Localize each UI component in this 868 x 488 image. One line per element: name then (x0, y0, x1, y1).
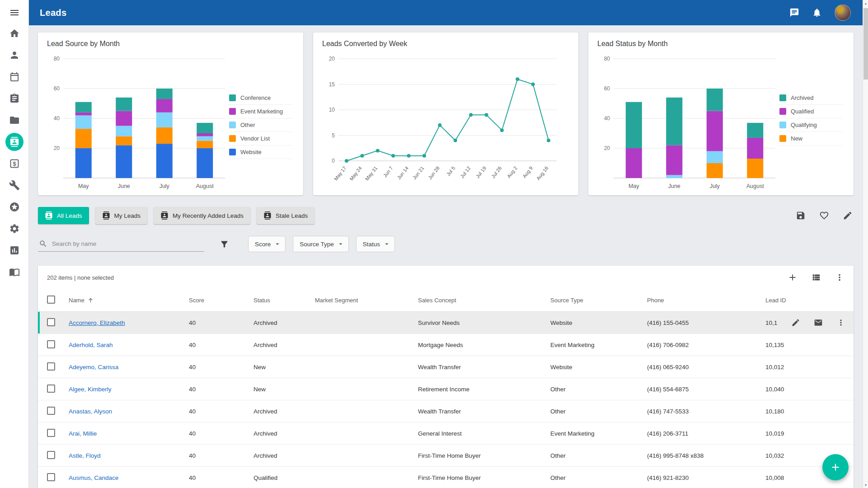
svg-text:Jul 26: Jul 26 (490, 165, 503, 179)
row-checkbox[interactable] (47, 473, 55, 481)
table-row[interactable]: Arai, Millie 40 Archived General Interes… (38, 422, 854, 445)
table-row[interactable]: Algee, Kimberly 40 New Retirement Income… (38, 378, 854, 400)
lead-name-link[interactable]: Algee, Kimberly (69, 386, 112, 393)
legend-item-archived[interactable]: Archived (779, 91, 843, 105)
column-header-lead-id[interactable]: Lead ID (765, 297, 845, 304)
column-header-score[interactable]: Score (189, 297, 253, 304)
chat-button[interactable] (789, 8, 799, 18)
edit-lead-button[interactable] (791, 318, 800, 327)
legend-item-event-marketing[interactable]: Event Marketing (228, 105, 292, 118)
sidebar-item-opportunities[interactable] (0, 196, 29, 218)
row-checkbox[interactable] (47, 451, 55, 459)
notifications-button[interactable] (812, 8, 822, 18)
legend-item-new[interactable]: New (779, 132, 843, 145)
lead-name-link[interactable]: Ausmus, Candace (69, 474, 118, 481)
filter-dropdown-score[interactable]: Score (248, 236, 286, 252)
legend-item-qualified[interactable]: Qualified (779, 105, 843, 118)
view-button-all-leads[interactable]: All Leads (38, 207, 89, 224)
view-button-stale-leads[interactable]: Stale Leads (257, 207, 314, 224)
view-button-my-leads[interactable]: My Leads (95, 207, 148, 224)
table-row[interactable]: Accornero, Elizabeth 40 Archived Survivo… (38, 312, 854, 334)
sidebar-item-billing[interactable]: $ (0, 153, 29, 174)
topbar: Leads (29, 0, 863, 25)
svg-text:Jun 7: Jun 7 (382, 165, 394, 178)
sidebar-item-tasks[interactable] (0, 88, 29, 109)
menu-button[interactable] (0, 3, 29, 23)
user-avatar[interactable] (835, 5, 851, 21)
lead-name-link[interactable]: Astle, Floyd (69, 452, 101, 459)
scroll-up-arrow[interactable]: ▲ (863, 0, 868, 6)
column-header-status[interactable]: Status (253, 297, 315, 304)
add-lead-button[interactable] (788, 272, 798, 282)
legend-item-vendor-list[interactable]: Vendor List (228, 132, 292, 145)
scroll-thumb[interactable] (863, 8, 868, 80)
filter-dropdown-source-type[interactable]: Source Type (293, 236, 349, 252)
row-checkbox[interactable] (47, 429, 55, 437)
select-all-checkbox[interactable] (47, 296, 55, 304)
column-header-phone[interactable]: Phone (647, 297, 765, 304)
svg-text:May 17: May 17 (333, 165, 347, 182)
scrollbar[interactable]: ▲ ▼ (863, 0, 868, 488)
contacts-icon (160, 211, 169, 220)
filter-funnel-button[interactable] (220, 239, 229, 249)
chart-title: Lead Status by Month (597, 40, 845, 48)
lead-name-link[interactable]: Arai, Millie (69, 430, 97, 437)
row-checkbox[interactable] (47, 385, 55, 393)
sidebar-item-tools[interactable] (0, 174, 29, 196)
legend-item-qualifying[interactable]: Qualifying (779, 118, 843, 132)
row-checkbox[interactable] (47, 407, 55, 415)
lead-source-type: Other (550, 474, 647, 481)
sidebar-item-calendar[interactable] (0, 66, 29, 88)
legend-item-website[interactable]: Website (228, 145, 292, 159)
sidebar-item-reports[interactable] (0, 239, 29, 261)
table-row[interactable]: Aderhold, Sarah 40 Archived Mortgage Nee… (38, 334, 854, 356)
table-header-row: Name Score Status Market Segment Sales C… (38, 289, 854, 312)
table-row[interactable]: Ausmus, Candace 40 Qualified First-Time … (38, 467, 854, 488)
sidebar-item-files[interactable] (0, 109, 29, 131)
add-lead-fab[interactable] (822, 454, 849, 480)
lead-name-link[interactable]: Adeyemo, Carissa (69, 364, 118, 371)
scroll-down-arrow[interactable]: ▼ (863, 482, 868, 488)
edit-view-button[interactable] (843, 211, 853, 221)
email-lead-button[interactable] (814, 318, 823, 327)
view-button-my-recently-added-leads[interactable]: My Recently Added Leads (154, 207, 250, 224)
filter-dropdown-status[interactable]: Status (356, 236, 395, 252)
favorite-view-button[interactable] (819, 211, 829, 221)
sidebar-item-library[interactable] (0, 261, 29, 283)
column-header-source-type[interactable]: Source Type (550, 297, 647, 304)
table-row[interactable]: Adeyemo, Carissa 40 New Wealth Transfer … (38, 356, 854, 378)
lead-name-link[interactable]: Accornero, Elizabeth (69, 319, 125, 326)
column-header-name[interactable]: Name (69, 297, 189, 304)
sidebar-item-leads[interactable] (0, 131, 29, 153)
legend-item-conference[interactable]: Conference (228, 91, 292, 105)
svg-text:80: 80 (54, 56, 60, 62)
chevron-down-icon (273, 240, 282, 248)
chart-title: Lead Source by Month (47, 40, 294, 48)
table-row[interactable]: Astle, Floyd 40 Archived First-Time Home… (38, 445, 854, 467)
search-input[interactable] (52, 240, 203, 247)
view-button-label: My Recently Added Leads (173, 212, 244, 219)
column-header-market-segment[interactable]: Market Segment (315, 297, 418, 304)
lead-name-link[interactable]: Aderhold, Sarah (69, 342, 113, 348)
sidebar-item-profile[interactable] (0, 44, 29, 66)
row-menu-button[interactable] (836, 318, 845, 327)
row-checkbox[interactable] (47, 318, 55, 326)
table-row[interactable]: Anastas, Alyson 40 Archived Wealth Trans… (38, 400, 854, 422)
legend-item-other[interactable]: Other (228, 118, 292, 132)
sidebar-item-settings[interactable] (0, 218, 29, 239)
svg-text:0: 0 (332, 158, 335, 164)
row-actions (791, 318, 845, 327)
row-checkbox[interactable] (47, 340, 55, 348)
lead-name-link[interactable]: Anastas, Alyson (69, 408, 112, 415)
lead-score: 40 (189, 430, 253, 437)
column-header-sales-concept[interactable]: Sales Concept (418, 297, 550, 304)
table-menu-button[interactable] (835, 272, 845, 282)
lead-phone: (416) 921-8230 (647, 474, 765, 481)
row-checkbox[interactable] (47, 362, 55, 371)
sidebar-item-home[interactable] (0, 23, 29, 44)
contacts-icon (9, 137, 19, 147)
chart-title: Leads Converted by Week (322, 40, 569, 48)
list-view-button[interactable] (811, 272, 821, 282)
save-view-button[interactable] (796, 211, 806, 221)
legend-label: Event Marketing (240, 108, 283, 115)
